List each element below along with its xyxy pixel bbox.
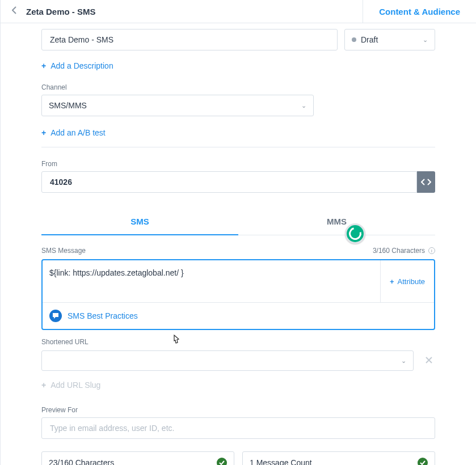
preview-for-text[interactable] bbox=[49, 423, 428, 433]
plus-icon: + bbox=[41, 381, 46, 390]
from-row bbox=[41, 171, 435, 193]
sms-message-label: SMS Message bbox=[41, 247, 86, 255]
top-bar: Zeta Demo - SMS Content & Audience bbox=[1, 0, 476, 23]
info-icon[interactable]: i bbox=[428, 247, 435, 254]
message-icon bbox=[49, 310, 62, 322]
chevron-down-icon: ⌄ bbox=[401, 357, 406, 365]
content-audience-tab[interactable]: Content & Audience bbox=[363, 0, 476, 23]
add-description-label: Add a Description bbox=[50, 61, 113, 70]
plus-icon: + bbox=[41, 128, 46, 137]
chevron-down-icon: ⌄ bbox=[301, 102, 306, 109]
plus-icon: + bbox=[390, 277, 394, 286]
back-button[interactable] bbox=[7, 4, 22, 19]
code-icon bbox=[421, 178, 431, 186]
channel-label: Channel bbox=[41, 83, 435, 91]
sms-message-header: SMS Message 3/160 Characters i bbox=[41, 247, 435, 255]
char-count-pill: 23/160 Characters bbox=[41, 451, 234, 465]
chevron-left-icon bbox=[12, 6, 17, 14]
add-url-slug-link[interactable]: + Add URL Slug bbox=[41, 381, 100, 390]
from-value[interactable] bbox=[49, 177, 410, 187]
add-description-link[interactable]: + Add a Description bbox=[41, 61, 113, 70]
preview-for-input[interactable] bbox=[41, 417, 435, 439]
campaign-editor-panel: Zeta Demo - SMS Content & Audience Draft… bbox=[0, 0, 476, 465]
counter-row: 23/160 Characters 1 Message Count bbox=[41, 451, 435, 465]
status-dropdown[interactable]: Draft ⌄ bbox=[344, 29, 435, 50]
best-practices-link[interactable]: SMS Best Practices bbox=[68, 311, 138, 320]
name-status-row: Draft ⌄ bbox=[41, 29, 435, 50]
channel-dropdown[interactable]: SMS/MMS ⌄ bbox=[41, 95, 314, 116]
divider bbox=[41, 147, 435, 147]
shortened-url-label: Shortened URL bbox=[41, 338, 435, 346]
add-attribute-button[interactable]: + Attribute bbox=[380, 260, 434, 302]
from-input[interactable] bbox=[41, 171, 417, 193]
shortened-url-dropdown[interactable]: ⌄ bbox=[41, 350, 414, 371]
campaign-name-input[interactable] bbox=[41, 29, 338, 50]
char-text: 3/160 Characters bbox=[373, 247, 425, 255]
sms-message-main: ${link: https://updates.zetaglobal.net/ … bbox=[43, 260, 434, 302]
cursor-pointer-icon bbox=[171, 334, 181, 349]
channel-value: SMS/MMS bbox=[49, 101, 87, 110]
remove-url-button[interactable] bbox=[423, 353, 435, 369]
check-icon bbox=[217, 458, 227, 465]
plus-icon: + bbox=[41, 61, 46, 70]
tab-sms[interactable]: SMS bbox=[41, 209, 238, 235]
page-title: Zeta Demo - SMS bbox=[26, 7, 96, 16]
attribute-label: Attribute bbox=[398, 277, 425, 286]
message-count-text: 1 Message Count bbox=[250, 458, 312, 465]
code-toggle-button[interactable] bbox=[417, 171, 435, 193]
check-icon bbox=[418, 458, 428, 465]
chevron-down-icon: ⌄ bbox=[423, 36, 428, 44]
sms-message-text: ${link: https://updates.zetaglobal.net/ … bbox=[49, 268, 184, 277]
close-icon bbox=[425, 356, 433, 364]
message-type-tabs: SMS MMS bbox=[41, 209, 435, 235]
add-slug-label: Add URL Slug bbox=[50, 381, 100, 390]
best-practices-row: SMS Best Practices bbox=[43, 302, 434, 329]
char-count-text: 23/160 Characters bbox=[49, 458, 114, 465]
campaign-name-text[interactable] bbox=[49, 35, 330, 45]
status-value: Draft bbox=[361, 35, 378, 44]
status-dot-icon bbox=[352, 37, 356, 42]
from-label: From bbox=[41, 160, 435, 168]
sms-message-textarea[interactable]: ${link: https://updates.zetaglobal.net/ … bbox=[43, 260, 380, 302]
add-ab-test-link[interactable]: + Add an A/B test bbox=[41, 128, 106, 137]
shortened-url-row: ⌄ bbox=[41, 350, 435, 371]
add-ab-label: Add an A/B test bbox=[50, 128, 106, 137]
char-counter: 3/160 Characters i bbox=[373, 247, 435, 255]
form-content: Draft ⌄ + Add a Description Channel SMS/… bbox=[1, 29, 476, 465]
tab-mms[interactable]: MMS bbox=[238, 209, 435, 235]
sms-message-box: ${link: https://updates.zetaglobal.net/ … bbox=[41, 259, 435, 330]
preview-for-label: Preview For bbox=[41, 406, 435, 414]
grammarly-badge[interactable] bbox=[345, 223, 365, 244]
message-count-pill: 1 Message Count bbox=[242, 451, 435, 465]
